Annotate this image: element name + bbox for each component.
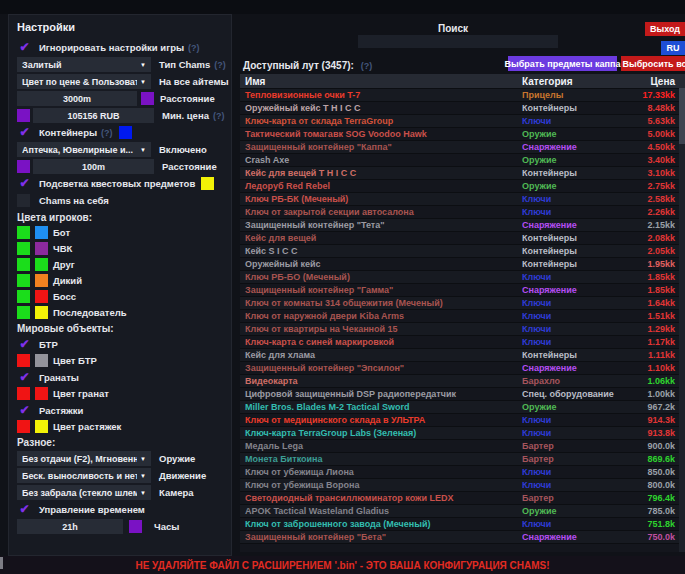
weapon-label: Оружие <box>159 453 195 464</box>
color-swatch[interactable] <box>17 420 30 433</box>
table-row[interactable]: Оружейный кейсКонтейнеры1.95kk <box>240 257 685 270</box>
containers-distance-color-swatch[interactable] <box>17 160 30 173</box>
color-swatch[interactable] <box>17 258 30 271</box>
table-row[interactable]: Ключ от убежища ВоронаКлючи800.0k <box>240 478 685 491</box>
column-header-price[interactable]: Цена <box>619 76 685 87</box>
table-row[interactable]: Ключ-карта с синей маркировкойКлючи1.17k… <box>240 335 685 348</box>
table-row[interactable]: Защищенный контейнер "Тета"Снаряжение2.1… <box>240 218 685 231</box>
table-scrollbar[interactable] <box>679 88 685 552</box>
table-row[interactable]: Miller Bros. Blades M-2 Tactical SwordОр… <box>240 400 685 413</box>
table-row[interactable]: Кейс для хламаКонтейнеры1.11kk <box>240 348 685 361</box>
quest-items-row: ✔ Подсветка квестовых предметов <box>17 176 223 191</box>
time-control-checkbox[interactable]: ✔ <box>17 503 32 516</box>
weapon-dropdown[interactable]: Без отдачи (F2), Мгновенное п ▼ <box>17 451 151 466</box>
table-row[interactable]: Ключ РБ-БК (Меченый)Ключи2.58kk <box>240 192 685 205</box>
containers-checkbox[interactable]: ✔ <box>17 126 32 139</box>
table-row[interactable]: Кейс для вещейКонтейнеры2.08kk <box>240 231 685 244</box>
containers-filter-dropdown[interactable]: Аптечка, Ювелирные и... ▼ <box>17 142 151 157</box>
resize-grip[interactable] <box>0 557 3 569</box>
table-row[interactable]: Crash AxeОружие3.40kk <box>240 153 685 166</box>
color-swatch[interactable] <box>35 420 48 433</box>
table-row[interactable]: Кейс S I C CКонтейнеры2.05kk <box>240 244 685 257</box>
containers-distance-input[interactable]: 100m <box>33 159 154 174</box>
min-price-color-swatch[interactable] <box>17 109 30 122</box>
color-swatch[interactable] <box>17 306 30 319</box>
search-input[interactable] <box>358 35 558 48</box>
scrollbar-thumb[interactable] <box>679 88 685 144</box>
table-row[interactable]: Защищенный контейнер "Эпсилон"Снаряжение… <box>240 361 685 374</box>
table-row[interactable]: Ключ РБ-БО (Меченый)Ключи1.85kk <box>240 270 685 283</box>
hours-color-swatch[interactable] <box>129 520 142 533</box>
color-swatch[interactable] <box>17 274 30 287</box>
table-row[interactable]: Ключ-карта TerraGroup Labs (Зеленая)Ключ… <box>240 426 685 439</box>
table-row[interactable]: APOK Tactical Wasteland GladiusОружие785… <box>240 504 685 517</box>
exit-button[interactable]: Выход <box>645 22 685 36</box>
table-row[interactable]: Ключ от наружной двери Kiba ArmsКлючи1.5… <box>240 309 685 322</box>
table-row[interactable]: Ключ от закрытой секции автосалонаКлючи2… <box>240 205 685 218</box>
color-swatch[interactable] <box>35 306 48 319</box>
color-swatch[interactable] <box>35 354 48 367</box>
select-kappa-items-button[interactable]: Выбрать предметы каппа <box>508 56 617 71</box>
table-row[interactable]: Ледоруб Red RebelОружие2.75kk <box>240 179 685 192</box>
language-button[interactable]: RU <box>661 41 685 55</box>
help-icon[interactable]: (?) <box>188 43 200 53</box>
help-icon[interactable]: (?) <box>213 111 225 121</box>
quest-items-color-swatch[interactable] <box>201 177 214 190</box>
tripwires-checkbox[interactable]: ✔ <box>17 404 32 417</box>
color-swatch[interactable] <box>35 387 48 400</box>
movement-dropdown[interactable]: Беск. выносливость и нет уста ▼ <box>17 468 151 483</box>
help-icon[interactable]: (?) <box>101 128 113 138</box>
column-header-category[interactable]: Категория <box>522 76 619 87</box>
btr-checkbox[interactable]: ✔ <box>17 338 32 351</box>
help-icon[interactable]: (?) <box>361 61 373 71</box>
table-row[interactable]: Цифровой защищенный DSP радиопередатчикС… <box>240 387 685 400</box>
color-swatch[interactable] <box>35 274 48 287</box>
drop-all-button[interactable]: Выбросить все <box>621 56 685 71</box>
table-row[interactable]: Ключ-карта от склада TerraGroupКлючи5.63… <box>240 114 685 127</box>
table-row[interactable]: ВидеокартаБарахло1.06kk <box>240 374 685 387</box>
camera-dropdown[interactable]: Без забрала (стекло шлема) ▼ <box>17 485 151 500</box>
hours-input[interactable]: 21h <box>17 519 123 534</box>
table-row[interactable]: Ключ от заброшенного завода (Меченый)Клю… <box>240 517 685 530</box>
table-row[interactable]: Кейс для вещей T H I C CКонтейнеры3.10kk <box>240 166 685 179</box>
color-swatch[interactable] <box>35 290 48 303</box>
min-price-input[interactable]: 105156 RUB <box>33 108 154 123</box>
table-row[interactable]: Защищенный контейнер "Каппа"Снаряжение4.… <box>240 140 685 153</box>
table-row[interactable]: Монета БиткоинаБартер869.6k <box>240 452 685 465</box>
color-swatch[interactable] <box>17 226 30 239</box>
table-row[interactable]: Оружейный кейс T H I C CКонтейнеры8.48kk <box>240 101 685 114</box>
color-swatch[interactable] <box>17 290 30 303</box>
containers-distance-row: 100m Расстояние <box>17 159 223 174</box>
quest-items-checkbox[interactable]: ✔ <box>17 177 32 190</box>
table-row[interactable]: Тактический томагавк SOG Voodoo HawkОруж… <box>240 127 685 140</box>
table-row[interactable]: Ключ от убежища ЛионаКлючи850.0k <box>240 465 685 478</box>
chams-self-checkbox[interactable] <box>17 194 30 207</box>
color-swatch[interactable] <box>35 242 48 255</box>
table-row[interactable]: Ключ от комнаты 314 общежития (Меченый)К… <box>240 296 685 309</box>
color-swatch[interactable] <box>17 242 30 255</box>
distance-input[interactable]: 3000m <box>17 91 137 106</box>
help-icon[interactable]: (?) <box>214 60 226 70</box>
table-row[interactable]: Защищенный контейнер "Бета"Снаряжение750… <box>240 530 685 543</box>
containers-color-swatch[interactable] <box>119 126 132 139</box>
table-row[interactable]: Ключ от квартиры на Чеканной 15Ключи1.29… <box>240 322 685 335</box>
table-row[interactable]: Медаль LegaБартер900.0k <box>240 439 685 452</box>
btr-label: БТР <box>39 339 58 350</box>
table-row[interactable]: Светодиодный трансиллюминатор кожи LEDXБ… <box>240 491 685 504</box>
item-category: Ключи <box>522 194 619 204</box>
grenades-checkbox[interactable]: ✔ <box>17 371 32 384</box>
ignore-game-settings-checkbox[interactable]: ✔ <box>17 41 32 54</box>
distance-color-swatch[interactable] <box>141 92 154 105</box>
column-header-name[interactable]: Имя <box>240 76 522 87</box>
color-swatch[interactable] <box>17 387 30 400</box>
color-swatch[interactable] <box>17 354 30 367</box>
chams-type-dropdown[interactable]: Залитый ▼ <box>17 57 151 72</box>
table-row[interactable] <box>240 543 685 552</box>
table-row[interactable]: Защищенный контейнер "Гамма"Снаряжение1.… <box>240 283 685 296</box>
table-row[interactable]: Тепловизионные очки T-7Прицелы17.33kk <box>240 88 685 101</box>
color-swatch[interactable] <box>35 258 48 271</box>
search-label: Поиск <box>438 23 468 34</box>
table-row[interactable]: Ключ от медицинского склада в УЛЬТРАКлюч… <box>240 413 685 426</box>
all-items-dropdown[interactable]: Цвет по цене & Пользователь ▼ <box>17 74 151 89</box>
color-swatch[interactable] <box>35 226 48 239</box>
